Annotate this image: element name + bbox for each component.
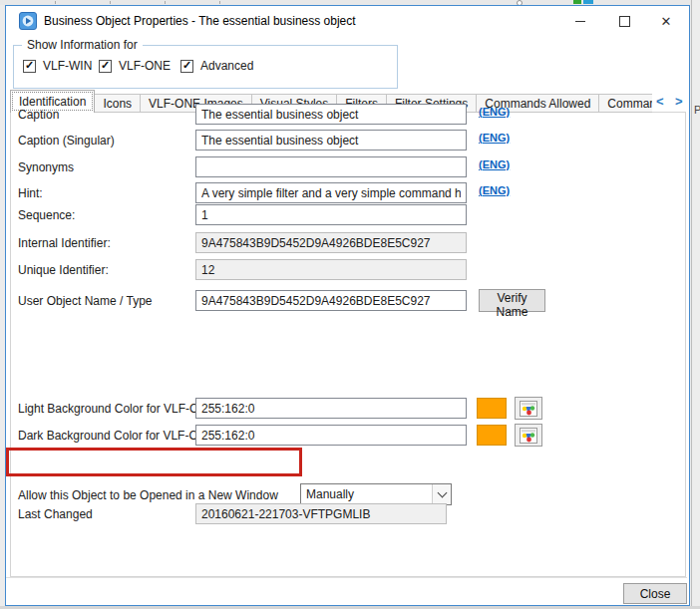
tab-icons[interactable]: Icons xyxy=(95,94,141,113)
background-tick xyxy=(110,1,111,4)
open-in-new-window-label: Allow this Object to be Opened in a New … xyxy=(18,487,278,503)
advanced-label: Advanced xyxy=(200,59,253,73)
checkmark-icon: ✓ xyxy=(101,60,110,71)
synonyms-label: Synonyms xyxy=(18,159,74,175)
background-right-text: P xyxy=(694,104,700,116)
unique-identifier-label: Unique Identifier: xyxy=(18,262,109,278)
dark-bg-color-input[interactable] xyxy=(195,425,467,446)
synonyms-lang-link[interactable]: (ENG) xyxy=(479,158,510,170)
tab-scroll-left-icon[interactable]: < xyxy=(656,94,664,109)
minimize-icon xyxy=(575,21,585,22)
dropdown-button[interactable] xyxy=(432,484,451,504)
show-information-legend: Show Information for xyxy=(22,38,143,52)
hint-input[interactable] xyxy=(195,182,467,203)
caption-singular-input[interactable] xyxy=(195,130,467,151)
color-picker-icon xyxy=(520,428,537,444)
background-tick xyxy=(165,1,166,4)
checkbox-box: ✓ xyxy=(180,60,193,73)
background-window-right-sliver: P xyxy=(691,0,700,609)
background-blue-icon xyxy=(583,0,593,4)
background-tick xyxy=(219,1,220,4)
caption-input[interactable] xyxy=(195,104,467,125)
chevron-down-icon xyxy=(437,488,447,498)
vlf-win-checkbox[interactable]: ✓ VLF-WIN xyxy=(23,59,92,73)
background-tick xyxy=(55,1,56,4)
internal-identifier-field xyxy=(195,232,467,253)
checkmark-icon: ✓ xyxy=(25,60,34,71)
screen: P Business Object Properties - The essen… xyxy=(0,0,700,609)
light-bg-color-input[interactable] xyxy=(195,398,467,419)
vlf-one-label: VLF-ONE xyxy=(119,59,171,73)
hint-label: Hint: xyxy=(18,185,43,201)
tab-command-display[interactable]: Command Display xyxy=(599,94,652,113)
business-object-properties-dialog: Business Object Properties - The essenti… xyxy=(5,5,690,606)
color-picker-icon xyxy=(520,401,537,417)
light-bg-color-label: Light Background Color for VLF-ONE xyxy=(18,401,215,417)
show-information-groupbox: Show Information for ✓ VLF-WIN ✓ VLF-ONE… xyxy=(13,45,398,89)
last-changed-label: Last Changed xyxy=(18,506,93,522)
maximize-button[interactable] xyxy=(603,7,646,35)
sequence-label: Sequence: xyxy=(18,207,75,223)
user-object-name-label: User Object Name / Type xyxy=(18,293,153,309)
last-changed-field xyxy=(195,503,447,524)
verify-name-button[interactable]: Verify Name xyxy=(479,289,545,312)
caption-singular-lang-link[interactable]: (ENG) xyxy=(479,132,510,144)
background-green-icon xyxy=(573,0,581,4)
vlf-one-checkbox[interactable]: ✓ VLF-ONE xyxy=(99,59,171,73)
footer-divider xyxy=(6,577,687,578)
title-bar[interactable]: Business Object Properties - The essenti… xyxy=(6,6,687,36)
app-icon xyxy=(19,12,37,33)
dark-bg-color-swatch xyxy=(477,425,507,446)
dark-bg-color-picker-button[interactable] xyxy=(515,424,542,447)
maximize-icon xyxy=(619,16,630,27)
checkbox-box: ✓ xyxy=(99,60,112,73)
sequence-input[interactable] xyxy=(195,204,467,225)
hint-lang-link[interactable]: (ENG) xyxy=(479,184,510,196)
light-bg-color-swatch xyxy=(477,398,507,419)
advanced-checkbox[interactable]: ✓ Advanced xyxy=(180,59,253,73)
checkbox-box: ✓ xyxy=(23,60,36,73)
close-icon: ✕ xyxy=(661,15,672,28)
open-in-new-window-value: Manually xyxy=(301,487,432,501)
dark-bg-color-label: Dark Background Color for VLF-ONE xyxy=(18,428,214,444)
synonyms-input[interactable] xyxy=(195,156,467,177)
internal-identifier-label: Internal Identifier: xyxy=(18,235,111,251)
close-window-button[interactable]: ✕ xyxy=(645,7,687,35)
close-button[interactable]: Close xyxy=(623,583,687,604)
open-in-new-window-select[interactable]: Manually xyxy=(300,483,452,505)
caption-label: Caption xyxy=(18,107,59,123)
user-object-name-input[interactable] xyxy=(195,290,467,311)
caption-singular-label: Caption (Singular) xyxy=(18,133,115,149)
tab-scroll-right-icon[interactable]: > xyxy=(675,94,683,109)
caption-lang-link[interactable]: (ENG) xyxy=(479,106,510,118)
checkmark-icon: ✓ xyxy=(182,60,191,71)
vlf-win-label: VLF-WIN xyxy=(43,59,92,73)
light-bg-color-picker-button[interactable] xyxy=(515,397,542,420)
minimize-button[interactable] xyxy=(558,7,601,35)
unique-identifier-field xyxy=(195,259,467,280)
window-title: Business Object Properties - The essenti… xyxy=(44,6,356,36)
